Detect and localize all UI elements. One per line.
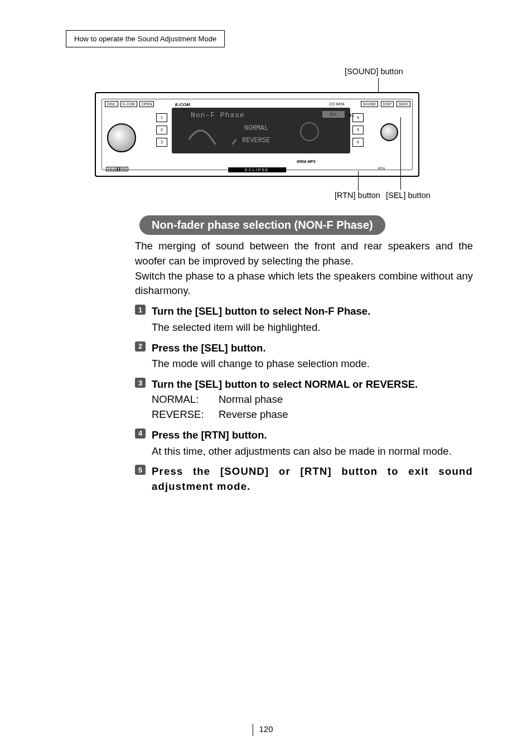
stereo-rtn-label: RTN: [378, 167, 385, 170]
step-4-body: At this time, other adjustments can also…: [152, 444, 473, 459]
step-4-title: Press the [RTN] button.: [152, 428, 473, 443]
instruction-steps: 1 Turn the [SEL] button to select Non-F …: [135, 304, 473, 500]
lcd-sel-indicator: SEL: [322, 111, 345, 118]
page-section-tab-text: How to operate the Sound Adjustment Mode: [74, 35, 216, 43]
step-2-title: Press the [SEL] button.: [152, 341, 473, 356]
step-4: 4 Press the [RTN] button. At this time, …: [135, 428, 473, 459]
stereo-seek-button: SEEK: [396, 101, 410, 107]
preset-2: 2: [156, 126, 167, 134]
callout-sound-leader: [378, 78, 379, 93]
step-number-5: 5: [135, 465, 146, 475]
section-heading: Non-fader phase selection (NON-F Phase): [139, 215, 385, 235]
step-3-title: Turn the [SEL] button to select NORMAL o…: [152, 377, 473, 392]
step-number-4: 4: [135, 428, 146, 439]
car-stereo-diagram: DISC E-COM OPEN E-COM CD 8454 SOUND DISP…: [95, 92, 419, 177]
callout-rtn-label: [RTN] button: [335, 191, 380, 200]
lcd-option-normal: NORMAL: [244, 124, 268, 132]
stereo-ecom-label: E-COM: [175, 102, 190, 107]
page-number: 120: [259, 724, 273, 734]
step-1-body: The selected item will be highlighted.: [152, 320, 473, 335]
step-number-1: 1: [135, 305, 146, 315]
step-1: 1 Turn the [SEL] button to select Non-F …: [135, 304, 473, 335]
stereo-wma-label: WMA MP3: [297, 160, 316, 163]
preset-5: 5: [352, 126, 364, 134]
stereo-model-label: CD 8454: [329, 102, 345, 106]
volume-knob: [107, 123, 136, 152]
callout-sel-label: [SEL] button: [386, 191, 431, 200]
lcd-wave-icon: [186, 124, 240, 145]
lcd-option-reverse: REVERSE: [242, 137, 270, 145]
intro-p2: Switch the phase to a phase which lets t…: [135, 270, 473, 297]
def-normal-val: Normal phase: [219, 392, 283, 407]
step-3-defs: NORMAL: Normal phase REVERSE: Reverse ph…: [152, 392, 473, 422]
stereo-disp-button: DISP: [381, 101, 394, 107]
def-reverse-val: Reverse phase: [219, 407, 288, 422]
stereo-sound-button: SOUND: [361, 101, 378, 107]
stereo-lcd-display: Non-F Phase SEL NORMAL REVERSE: [172, 108, 350, 153]
callout-sound-label: [SOUND] button: [345, 67, 403, 76]
intro-paragraphs: The merging of sound between the front a…: [135, 239, 473, 298]
section-heading-text: Non-fader phase selection (NON-F Phase): [152, 219, 373, 231]
step-2: 2 Press the [SEL] button. The mode will …: [135, 341, 473, 372]
lcd-menu-title: Non-F Phase: [191, 111, 245, 119]
page-number-divider: [253, 724, 253, 736]
step-5: 5 Press the [SOUND] or [RTN] button to e…: [135, 464, 473, 494]
step-number-3: 3: [135, 378, 146, 388]
def-normal-key: NORMAL:: [152, 392, 219, 407]
preset-6: 6: [352, 138, 364, 147]
step-1-title: Turn the [SEL] button to select Non-F Ph…: [152, 304, 473, 319]
stereo-volume-area: [105, 104, 149, 156]
page-section-tab: How to operate the Sound Adjustment Mode: [66, 30, 225, 47]
stereo-pwr-label: PWR: [117, 167, 128, 171]
intro-p1: The merging of sound between the front a…: [135, 240, 473, 267]
manual-page: How to operate the Sound Adjustment Mode…: [0, 0, 532, 756]
preset-3: 3: [156, 138, 167, 147]
step-number-2: 2: [135, 341, 146, 351]
stereo-brand-label: ECLIPSE: [228, 167, 286, 172]
lcd-dial-icon: [300, 122, 319, 141]
sel-knob: [380, 123, 398, 141]
stereo-sel-label: SEL: [347, 113, 355, 117]
step-2-body: The mode will change to phase selection …: [152, 357, 473, 372]
preset-1: 1: [156, 113, 167, 122]
step-5-title: Press the [SOUND] or [RTN] button to exi…: [152, 464, 473, 494]
def-reverse-key: REVERSE:: [152, 407, 219, 422]
step-3: 3 Turn the [SEL] button to select NORMAL…: [135, 377, 473, 422]
